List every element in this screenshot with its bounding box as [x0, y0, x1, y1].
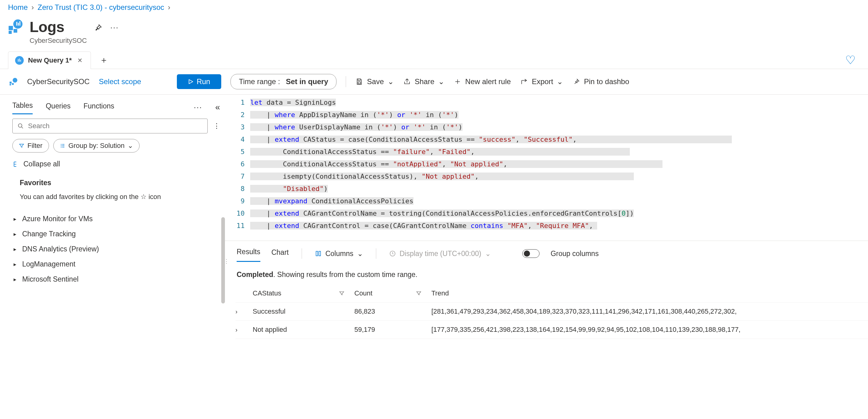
cell-trend: [281,361,479,293,234,362,458,304,189,323…	[431, 308, 868, 316]
cell-count: 59,179	[354, 326, 416, 334]
run-button-label: Run	[196, 77, 210, 86]
tab-functions[interactable]: Functions	[84, 101, 114, 114]
svg-rect-7	[18, 59, 19, 62]
expand-row-icon[interactable]: ›	[236, 308, 253, 315]
time-range-picker[interactable]: Time range : Set in query	[230, 74, 337, 89]
svg-rect-17	[319, 251, 321, 256]
chevron-right-icon: ›	[30, 3, 35, 12]
tables-tree: ▸Azure Monitor for VMs ▸Change Tracking …	[12, 211, 220, 287]
results-status: Completed. Showing results from the cust…	[225, 262, 868, 283]
close-icon[interactable]: ✕	[76, 57, 84, 64]
list-icon	[60, 143, 65, 149]
tab-new-query-1[interactable]: New Query 1* ✕	[8, 52, 91, 69]
share-button[interactable]: Share ⌄	[403, 77, 444, 86]
chevron-down-icon: ⌄	[128, 142, 133, 150]
add-tab-button[interactable]: ＋	[91, 56, 117, 64]
svg-rect-3	[20, 21, 20, 26]
new-alert-rule-label: New alert rule	[465, 77, 511, 86]
star-icon: ☆	[141, 193, 147, 200]
collapse-all-label: Collapse all	[23, 160, 60, 168]
chevron-down-icon: ⌄	[557, 77, 563, 86]
expand-row-icon[interactable]: ›	[236, 326, 253, 333]
breadcrumb-home[interactable]: Home	[8, 3, 28, 12]
drag-handle-icon[interactable]: ⋮	[225, 258, 866, 265]
tab-tables[interactable]: Tables	[12, 100, 33, 114]
collapse-panel-icon[interactable]: «	[215, 102, 220, 112]
filter-pill-label: Filter	[27, 142, 42, 150]
groupby-pill[interactable]: Group by: Solution ⌄	[53, 139, 140, 153]
columns-button[interactable]: Columns ⌄	[315, 250, 363, 258]
caret-right-icon: ▸	[13, 231, 18, 237]
page-title: Logs	[30, 19, 87, 35]
pin-to-dashboard-button[interactable]: Pin to dashbo	[572, 77, 629, 86]
chevron-right-icon: ›	[167, 3, 172, 12]
query-tab-icon	[15, 56, 24, 65]
separator	[346, 76, 346, 87]
svg-point-10	[12, 78, 17, 83]
more-icon[interactable]: ···	[194, 103, 203, 112]
results-table: CAStatus Count Trend › Successful 86,823…	[225, 283, 868, 339]
cell-count: 86,823	[354, 308, 416, 316]
filter-pill[interactable]: Filter	[12, 139, 49, 153]
scope-name: CyberSecuritySOC	[27, 77, 90, 86]
query-toolbar: CyberSecuritySOC Select scope Run Time r…	[0, 69, 868, 94]
filter-icon	[19, 143, 24, 149]
filter-icon[interactable]	[416, 291, 431, 296]
run-button[interactable]: Run	[177, 74, 221, 89]
tree-item-change-tracking[interactable]: ▸Change Tracking	[12, 226, 220, 241]
breadcrumb-workbook[interactable]: Zero Trust (TIC 3.0) - cybersecuritysoc	[38, 3, 164, 12]
tree-item-azure-monitor-vms[interactable]: ▸Azure Monitor for VMs	[12, 211, 220, 226]
cell-trend: [177,379,335,256,421,398,223,138,164,192…	[431, 326, 868, 334]
new-alert-rule-button[interactable]: New alert rule	[454, 77, 511, 86]
pin-icon[interactable]	[94, 24, 102, 32]
separator	[376, 248, 376, 259]
tab-queries[interactable]: Queries	[45, 101, 70, 114]
col-castatus[interactable]: CAStatus	[253, 289, 339, 297]
clock-icon	[389, 250, 396, 257]
favorite-heart-icon[interactable]: ♡	[845, 54, 856, 67]
collapse-all-icon	[12, 161, 19, 168]
svg-rect-11	[9, 82, 11, 84]
page-subtitle: CyberSecuritySOC	[30, 37, 87, 45]
col-count[interactable]: Count	[354, 289, 416, 297]
col-trend[interactable]: Trend	[431, 289, 868, 297]
line-numbers: 1234567891011	[225, 95, 250, 234]
columns-label: Columns	[326, 250, 353, 258]
time-range-label: Time range :	[239, 77, 280, 86]
table-row[interactable]: › Successful 86,823 [281,361,479,293,234…	[236, 302, 868, 321]
export-button-label: Export	[532, 77, 553, 86]
time-range-value: Set in query	[286, 77, 328, 86]
export-button[interactable]: Export ⌄	[520, 77, 563, 86]
more-vertical-icon[interactable]: ⋮	[213, 122, 220, 130]
chevron-down-icon: ⌄	[388, 77, 394, 86]
play-icon	[188, 79, 193, 85]
more-icon[interactable]: ···	[110, 23, 119, 32]
save-button-label: Save	[367, 77, 384, 86]
select-scope-link[interactable]: Select scope	[99, 77, 141, 86]
save-button[interactable]: Save ⌄	[355, 77, 394, 86]
tree-item-microsoft-sentinel[interactable]: ▸Microsoft Sentinel	[12, 272, 220, 287]
tree-item-log-management[interactable]: ▸LogManagement	[12, 257, 220, 272]
svg-rect-12	[9, 84, 11, 86]
svg-rect-16	[316, 251, 318, 256]
search-input-wrapper[interactable]	[12, 119, 208, 133]
scrollbar[interactable]	[221, 128, 225, 419]
group-columns-toggle[interactable]	[522, 249, 539, 258]
search-input[interactable]	[28, 122, 203, 130]
columns-icon	[315, 250, 322, 257]
cell-castatus: Successful	[253, 308, 339, 316]
display-time-label: Display time (UTC+00:00)	[400, 250, 481, 258]
cell-castatus: Not applied	[253, 326, 339, 334]
save-icon	[355, 78, 363, 86]
code-area[interactable]: let data = SigninLogs | where AppDisplay…	[250, 95, 732, 234]
collapse-all-button[interactable]: Collapse all	[12, 160, 220, 168]
caret-right-icon: ▸	[13, 276, 18, 283]
export-icon	[520, 78, 528, 86]
filter-icon[interactable]	[339, 291, 354, 296]
scope-icon	[9, 77, 18, 86]
query-editor[interactable]: 1234567891011 let data = SigninLogs | wh…	[225, 95, 868, 234]
tree-item-dns-analytics[interactable]: ▸DNS Analytics (Preview)	[12, 241, 220, 257]
table-row[interactable]: › Not applied 59,179 [177,379,335,256,42…	[236, 321, 868, 339]
chevron-down-icon: ⌄	[357, 250, 363, 258]
caret-right-icon: ▸	[13, 261, 18, 268]
